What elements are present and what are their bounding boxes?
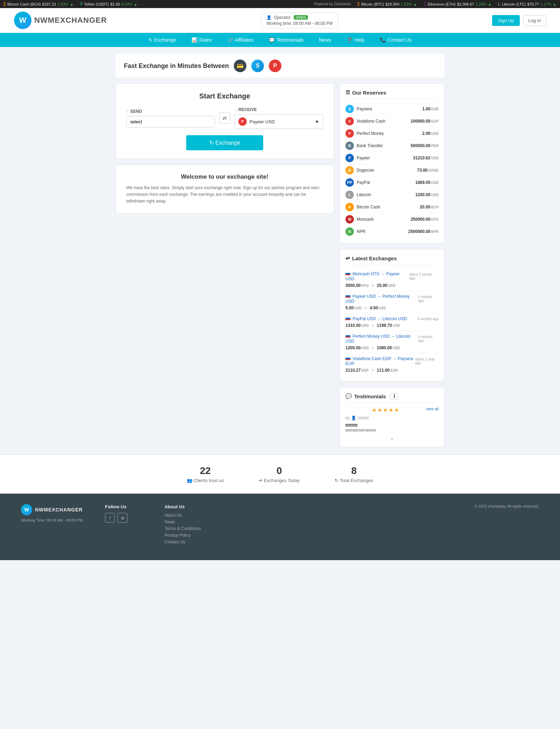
to-currency: EUR — [390, 369, 398, 372]
receive-group: ↓ RECEIVE P Payeer USD ▼ — [234, 107, 323, 129]
from-amount: 1333.00USD — [345, 323, 369, 328]
to-currency: USD — [379, 306, 386, 310]
testimonial-text: werwerwerwerer — [345, 428, 439, 433]
person-icon: 👤 — [266, 15, 272, 20]
exchange-amounts: 5.00USD = 4.50USD — [345, 305, 439, 310]
latest-exchanges-title: ⇌ Latest Exchanges — [345, 255, 439, 264]
exchange-route: Moncash HTG → Payeer USD — [345, 271, 410, 281]
receive-select-box[interactable]: P Payeer USD ▼ — [234, 114, 323, 129]
send-label: ↑ SEND — [126, 109, 215, 114]
exchanges-today-count: 0 — [259, 465, 300, 476]
reserve-name: NPR — [357, 229, 405, 234]
nav-affiliates[interactable]: 🔗 Affiliates — [220, 33, 261, 47]
ticker-usdt: ₮ Tether (USDT) $1.00 0.04% ▲ — [80, 1, 138, 7]
eth-icon: Ξ — [423, 1, 426, 7]
footer-link[interactable]: Privacy Policy — [164, 533, 234, 538]
equals-sign: = — [372, 283, 374, 288]
reserve-currency: BCH — [431, 205, 439, 209]
logo-text: NWMEXCHANGER — [34, 16, 107, 25]
reserve-icon: N — [345, 227, 354, 236]
reserve-amount: 100000.00EGP — [411, 119, 439, 124]
nav-testimonials[interactable]: 💬 Testimonials — [261, 33, 311, 47]
footer-link[interactable]: Contact Us — [164, 539, 234, 544]
reserve-amount: 1200.00USD — [415, 192, 439, 197]
reserve-icon: PP — [345, 178, 354, 187]
stat-total: 8 ↻ Total Exchanges — [335, 465, 373, 483]
reserve-currency: USD — [431, 132, 439, 136]
send-group: ↑ SEND select — [126, 109, 215, 128]
working-time: Working time: 08:00 AM - 08:00 PM — [266, 21, 332, 26]
swap-button[interactable]: ⇄ — [219, 112, 230, 124]
reserve-currency: EUR — [431, 107, 439, 111]
exchange-header: Perfect Money USD → Litecoin USD 4 month… — [345, 334, 439, 344]
reserve-icon: B — [345, 142, 354, 150]
operator-box: 👤 Operator: online Working time: 08:00 A… — [261, 13, 338, 28]
reserve-name: Litecoin — [357, 192, 412, 197]
usdt-price: $1.00 — [110, 2, 120, 6]
stats-bar: 22 👥 Clients trust us 0 ⇌ Exchanges Toda… — [0, 454, 560, 494]
exchange-button[interactable]: ↻ Exchange — [186, 135, 263, 150]
rss-icon[interactable]: ⊕ — [118, 513, 127, 523]
reserves-title: ☰ Our Reserves — [345, 89, 439, 99]
exchange-route: Payeer USD → Perfect Money USD — [345, 294, 418, 304]
reserve-currency: USD — [431, 156, 439, 160]
to-amount: 1080.00USD — [377, 345, 400, 350]
ticker-btc: ₿ Bitcoin (BTC) $29,959 1.53% ▲ — [357, 1, 417, 7]
login-button[interactable]: Log in — [523, 15, 546, 26]
testimonials-panel: 💬 Testimonials 1 view all ★★★★★ by 👤 Vis… — [340, 387, 444, 447]
from-currency: USD — [354, 306, 362, 310]
exchange-route: Vodafone Cash EGP → Paysera EUR — [345, 356, 415, 366]
reserve-amount: 20.00BCH — [420, 205, 439, 209]
from-currency: USD — [361, 324, 369, 328]
footer-brand: W NWMEXCHANGER Working Time: 06:00 AM - … — [21, 504, 98, 546]
send-select[interactable]: select — [126, 116, 215, 128]
nav-rates[interactable]: 📊 Rates — [184, 33, 220, 47]
logo-text-right: CHANGER — [65, 16, 107, 25]
logo-area: W NWMEXCHANGER — [14, 12, 107, 29]
exchange-header: PayPal USD → Litecoin USD 4 months ago — [345, 316, 439, 321]
exchange-header: Moncash HTG → Payeer USD about 1 month a… — [345, 271, 439, 281]
cash-icon: 💳 — [234, 60, 246, 72]
view-all-link[interactable]: view all — [426, 407, 439, 411]
nav-news[interactable]: News — [311, 33, 339, 47]
signup-button[interactable]: Sign Up — [492, 15, 519, 26]
footer-link[interactable]: Terms & Conditions — [164, 526, 234, 531]
exchange-item: Payeer USD → Perfect Money USD 2 months … — [345, 291, 439, 314]
welcome-text: We have the best rates. Simply start you… — [126, 185, 323, 205]
exchange-arrows-icon: ⇌ — [345, 255, 350, 261]
footer-logo-icon: W — [21, 504, 32, 515]
testimonial-by: by 👤 Visitor — [345, 415, 439, 420]
equals-sign: = — [372, 323, 374, 328]
facebook-icon[interactable]: f — [105, 513, 115, 523]
nav-bar: ↻ Exchange 📊 Rates 🔗 Affiliates 💬 Testim… — [0, 33, 560, 47]
total-label: ↻ Total Exchanges — [335, 478, 373, 483]
rating-stars: ★★★★★ — [372, 407, 400, 413]
usdt-name: Tether (USDT) — [84, 2, 109, 6]
payeer-banner-icon: P — [269, 60, 281, 72]
exchange-item: Perfect Money USD → Litecoin USD 4 month… — [345, 331, 439, 353]
reserve-icon: P — [345, 154, 354, 162]
reserve-name: Vodafone Cash — [357, 119, 408, 124]
payeer-row: P Payeer USD — [238, 117, 275, 126]
reserve-icon: M — [345, 215, 354, 223]
nav-exchange[interactable]: ↻ Exchange — [141, 33, 184, 47]
exchange-time: about 1 year ago — [415, 357, 439, 365]
dropdown-arrow-icon: ▼ — [315, 119, 319, 124]
footer-link[interactable]: News — [164, 520, 234, 524]
total-count: 8 — [335, 465, 373, 476]
btc-change: 1.53% — [401, 2, 412, 6]
left-column: Start Exchange ↑ SEND select ⇄ — [115, 83, 334, 447]
main-content: Fast Exchange in Minutes Between 💳 S P S… — [112, 54, 448, 447]
btc-name: Bitcoin (BTC) — [361, 2, 384, 6]
reserve-name: Moncash — [357, 217, 408, 222]
dot-indicator: ● — [345, 436, 439, 441]
chat-icon: 💬 — [345, 393, 352, 399]
coingecko-label: Powered by CoinGecko — [314, 2, 351, 6]
nav-contact[interactable]: 📞 Contact Us — [372, 33, 419, 47]
nav-help[interactable]: ❓ Help — [339, 33, 372, 47]
footer-link[interactable]: About Us — [164, 513, 234, 518]
latest-exchanges-panel: ⇌ Latest Exchanges Moncash HTG → Payeer … — [340, 249, 444, 381]
ticker-ltc: Ł Litecoin (LTC) $70.77 1.17% ▲ — [498, 1, 556, 7]
banner-title: Fast Exchange in Minutes Between — [124, 62, 229, 70]
eth-price: $2,008.67 — [457, 2, 474, 6]
